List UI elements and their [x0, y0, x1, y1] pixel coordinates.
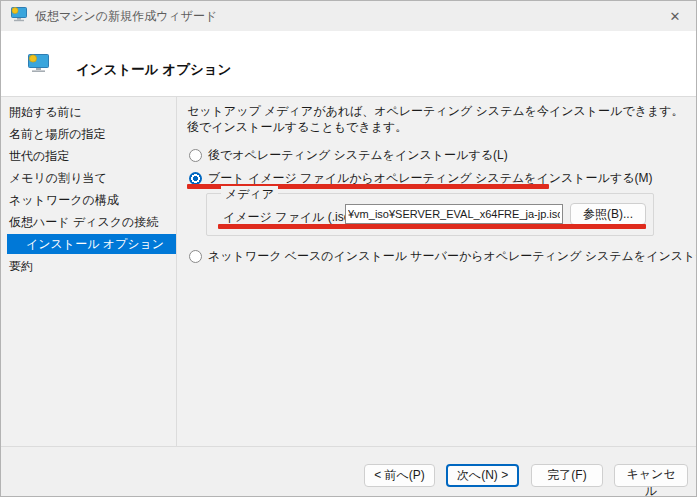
close-icon[interactable]: ✕	[652, 1, 697, 31]
red-underline-annotation-2	[218, 224, 646, 229]
sidebar-item-summary[interactable]: 要約	[1, 255, 176, 277]
titlebar: 仮想マシンの新規作成ウィザード ✕	[1, 1, 697, 31]
sidebar-item-before-you-begin[interactable]: 開始する前に	[1, 101, 176, 123]
new-vm-wizard-window: 仮想マシンの新規作成ウィザード ✕ インストール オプション 開始する前に 名前…	[0, 0, 697, 497]
radio-circle-icon[interactable]	[189, 149, 202, 162]
wizard-step-list: 開始する前に 名前と場所の指定 世代の指定 メモリの割り当て ネットワークの構成…	[1, 101, 176, 277]
radio-install-from-network[interactable]: ネットワーク ベースのインストール サーバーからオペレーティング システムをイン…	[189, 248, 697, 265]
media-groupbox-label: メディア	[221, 186, 278, 203]
sidebar-item-installation-options[interactable]: インストール オプション	[7, 234, 176, 254]
vm-page-icon	[28, 54, 49, 76]
previous-button[interactable]: < 前へ(P)	[364, 464, 435, 487]
next-button[interactable]: 次へ(N) >	[446, 464, 519, 487]
wizard-header: インストール オプション	[1, 31, 697, 96]
wizard-body: 開始する前に 名前と場所の指定 世代の指定 メモリの割り当て ネットワークの構成…	[1, 97, 697, 446]
radio-circle-icon[interactable]	[189, 250, 202, 263]
radio-install-from-network-label: ネットワーク ベースのインストール サーバーからオペレーティング システムをイン…	[208, 248, 697, 265]
sidebar-item-networking[interactable]: ネットワークの構成	[1, 189, 176, 211]
image-file-input[interactable]	[345, 204, 563, 224]
finish-button[interactable]: 完了(F)	[531, 464, 603, 487]
sidebar-item-name-location[interactable]: 名前と場所の指定	[1, 123, 176, 145]
page-description: セットアップ メディアがあれば、オペレーティング システムを今インストールできま…	[187, 103, 690, 135]
media-groupbox: メディア イメージ ファイル (.iso)(I): 参照(B)...	[206, 193, 654, 236]
sidebar-item-memory[interactable]: メモリの割り当て	[1, 167, 176, 189]
wizard-footer: < 前へ(P) 次へ(N) > 完了(F) キャンセル	[1, 446, 697, 497]
sidebar-item-generation[interactable]: 世代の指定	[1, 145, 176, 167]
sidebar-separator	[176, 97, 177, 446]
browse-button[interactable]: 参照(B)...	[570, 203, 646, 225]
window-title: 仮想マシンの新規作成ウィザード	[35, 8, 217, 25]
cancel-button[interactable]: キャンセル	[614, 464, 688, 487]
vm-monitor-icon	[11, 7, 27, 25]
radio-install-later[interactable]: 後でオペレーティング システムをインストールする(L)	[189, 147, 508, 164]
sidebar-item-virtual-hard-disk[interactable]: 仮想ハード ディスクの接続	[1, 211, 176, 233]
page-title: インストール オプション	[76, 61, 231, 79]
radio-install-later-label: 後でオペレーティング システムをインストールする(L)	[208, 147, 508, 164]
